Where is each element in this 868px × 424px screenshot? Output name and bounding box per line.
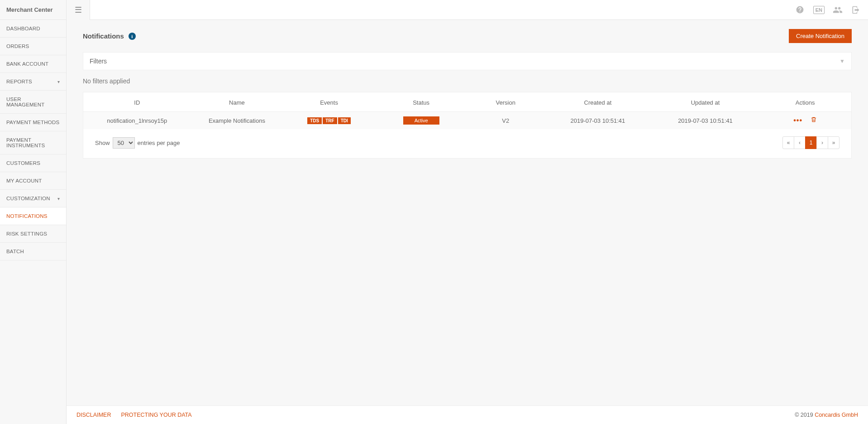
logout-icon: [851, 5, 860, 14]
cell-created: 2019-07-03 10:51:41: [544, 112, 652, 130]
event-badge: TRF: [323, 117, 337, 124]
col-version[interactable]: Version: [467, 92, 544, 112]
chevron-down-icon: ▾: [57, 79, 60, 84]
sidebar-item-my-account[interactable]: My Account: [0, 172, 66, 190]
sidebar-item-label: Notifications: [6, 213, 48, 219]
sidebar-item-label: User Management: [6, 96, 60, 107]
row-actions-button[interactable]: •••: [793, 116, 802, 124]
sidebar-item-risk-settings[interactable]: Risk Settings: [0, 225, 66, 243]
col-actions: Actions: [759, 92, 851, 112]
app-title: Merchant Center: [0, 0, 66, 20]
notifications-table: ID Name Events Status Version Created at…: [83, 92, 851, 129]
page-title: Notifications: [83, 32, 124, 40]
sidebar-item-label: Payment Methods: [6, 120, 59, 125]
status-badge: Active: [403, 116, 439, 125]
sidebar-item-label: Bank Account: [6, 61, 48, 67]
create-notification-button[interactable]: Create Notification: [789, 29, 852, 43]
info-icon[interactable]: i: [129, 33, 136, 40]
sidebar-nav: DashboardOrdersBank AccountReports▾User …: [0, 20, 66, 260]
pagination: «‹1›»: [783, 136, 839, 149]
sidebar-item-label: My Account: [6, 178, 42, 183]
trash-icon: [811, 116, 817, 123]
page-1[interactable]: 1: [805, 136, 817, 149]
sidebar-item-dashboard[interactable]: Dashboard: [0, 20, 66, 38]
sidebar-item-label: Batch: [6, 249, 24, 254]
table-row[interactable]: notification_1lnrsoy15pExample Notificat…: [83, 112, 851, 130]
footer-copyright: © 2019 Concardis GmbH: [795, 412, 858, 418]
page-last[interactable]: »: [828, 136, 839, 149]
sidebar-item-batch[interactable]: Batch: [0, 243, 66, 260]
entries-per-page-label: entries per page: [138, 140, 180, 146]
page-first[interactable]: «: [782, 136, 794, 149]
col-events[interactable]: Events: [283, 92, 375, 112]
sidebar-item-customization[interactable]: Customization▾: [0, 190, 66, 207]
cell-events: TDSTRFTDI: [283, 112, 375, 130]
sidebar-item-label: Payment Instruments: [6, 137, 60, 148]
menu-toggle-button[interactable]: ☰: [67, 0, 90, 20]
sidebar-item-reports[interactable]: Reports▾: [0, 73, 66, 91]
users-button[interactable]: [833, 5, 843, 15]
sidebar-item-label: Reports: [6, 79, 32, 84]
sidebar-item-label: Customization: [6, 196, 50, 201]
help-button[interactable]: [795, 5, 805, 15]
cell-version: V2: [467, 112, 544, 130]
cell-actions: •••: [759, 112, 851, 130]
sidebar-item-user-management[interactable]: User Management: [0, 91, 66, 114]
filters-label: Filters: [90, 58, 107, 65]
col-name[interactable]: Name: [191, 92, 283, 112]
sidebar-item-customers[interactable]: Customers: [0, 154, 66, 172]
sidebar-item-payment-instruments[interactable]: Payment Instruments: [0, 131, 66, 154]
cell-status: Active: [375, 112, 467, 130]
col-status[interactable]: Status: [375, 92, 467, 112]
col-id[interactable]: ID: [83, 92, 191, 112]
col-updated[interactable]: Updated at: [652, 92, 759, 112]
sidebar-item-payment-methods[interactable]: Payment Methods: [0, 114, 66, 131]
logout-button[interactable]: [851, 5, 861, 15]
sidebar-item-label: Risk Settings: [6, 231, 47, 236]
language-button[interactable]: EN: [813, 6, 825, 14]
users-icon: [833, 5, 843, 15]
sidebar-item-bank-account[interactable]: Bank Account: [0, 55, 66, 73]
footer-link-protecting-your-data[interactable]: PROTECTING YOUR DATA: [121, 412, 191, 418]
delete-button[interactable]: [811, 117, 817, 124]
entries-show-label: Show: [95, 140, 110, 146]
sidebar-item-notifications[interactable]: Notifications: [0, 207, 66, 225]
cell-updated: 2019-07-03 10:51:41: [652, 112, 759, 130]
cell-name: Example Notifications: [191, 112, 283, 130]
sidebar: Merchant Center DashboardOrdersBank Acco…: [0, 0, 67, 424]
notifications-table-card: ID Name Events Status Version Created at…: [83, 92, 852, 159]
sidebar-item-label: Orders: [6, 43, 29, 49]
chevron-down-icon: ▾: [57, 196, 60, 201]
sidebar-item-label: Dashboard: [6, 26, 40, 31]
event-badge: TDS: [307, 117, 322, 124]
cell-id: notification_1lnrsoy15p: [83, 112, 191, 130]
col-created[interactable]: Created at: [544, 92, 652, 112]
sidebar-item-orders[interactable]: Orders: [0, 38, 66, 55]
entries-selector: Show 50 entries per page: [95, 137, 180, 149]
footer-link-disclaimer[interactable]: DISCLAIMER: [76, 412, 111, 418]
page-next[interactable]: ›: [816, 136, 828, 149]
no-filters-text: No filters applied: [83, 77, 852, 85]
help-icon: [796, 5, 804, 14]
sidebar-item-label: Customers: [6, 160, 40, 166]
topbar: ☰ EN: [67, 0, 868, 20]
chevron-down-icon: ▼: [839, 58, 845, 64]
event-badge: TDI: [338, 117, 351, 124]
hamburger-icon: ☰: [75, 5, 82, 15]
filters-panel[interactable]: Filters ▼: [83, 52, 852, 70]
footer: DISCLAIMERPROTECTING YOUR DATA © 2019 Co…: [67, 405, 868, 424]
page-prev[interactable]: ‹: [794, 136, 806, 149]
entries-select[interactable]: 50: [113, 137, 135, 149]
